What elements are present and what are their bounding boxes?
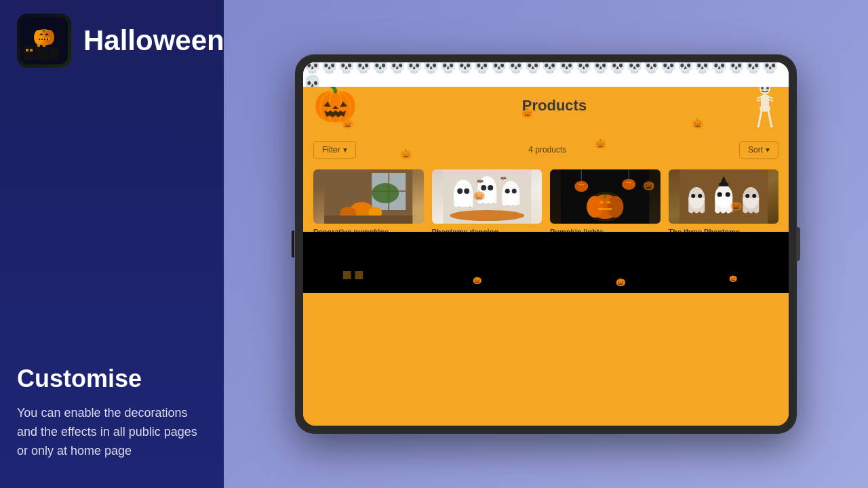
svg-rect-78 — [688, 198, 705, 211]
svg-point-83 — [717, 192, 722, 197]
filter-button[interactable]: Filter ▾ — [313, 141, 356, 159]
tablet-right-button — [796, 227, 800, 261]
svg-rect-18 — [48, 37, 50, 40]
svg-text:🦇: 🦇 — [477, 178, 484, 184]
svg-rect-41 — [324, 216, 412, 224]
svg-rect-96 — [355, 271, 363, 279]
svg-rect-5 — [30, 49, 33, 52]
svg-point-49 — [481, 185, 486, 190]
svg-rect-86 — [743, 198, 759, 211]
svg-point-88 — [752, 194, 756, 198]
svg-rect-17 — [45, 37, 47, 40]
svg-line-26 — [769, 100, 773, 101]
svg-rect-48 — [477, 190, 496, 202]
svg-point-80 — [698, 194, 702, 198]
sort-label: Sort — [748, 145, 763, 155]
svg-point-50 — [488, 185, 493, 190]
svg-text:🎃: 🎃 — [729, 274, 738, 283]
svg-rect-3 — [50, 47, 58, 60]
svg-rect-89 — [719, 183, 728, 186]
screen-content: 💀💀💀💀💀💀💀💀💀💀💀💀💀💀💀💀💀💀💀💀💀💀💀💀💀💀💀💀💀 🎃 🎃 🎃 🎃 🎃 — [303, 62, 789, 426]
svg-line-32 — [770, 121, 772, 127]
screen-header: 🎃 Products — [303, 87, 789, 136]
header-pumpkin-logo: 🎃 — [313, 83, 357, 125]
filter-label: Filter — [322, 145, 340, 155]
svg-text:🎃: 🎃 — [473, 275, 482, 285]
customise-title: Customise — [17, 365, 207, 393]
sidebar: Halloween Customise You can enable the d… — [0, 0, 224, 488]
tablet-left-button — [292, 230, 294, 258]
svg-line-24 — [757, 100, 761, 101]
svg-rect-99 — [529, 245, 542, 262]
products-count: 4 products — [528, 145, 566, 155]
sort-chevron-icon: ▾ — [766, 145, 770, 155]
svg-point-21 — [766, 87, 769, 89]
product-image-3 — [550, 169, 660, 224]
svg-line-29 — [760, 110, 762, 121]
svg-rect-27 — [764, 94, 766, 96]
svg-rect-11 — [43, 29, 45, 33]
svg-rect-4 — [26, 49, 28, 52]
sidebar-header: Halloween — [0, 0, 224, 81]
page-title: Products — [357, 97, 751, 115]
app-icon — [17, 14, 71, 68]
sort-button[interactable]: Sort ▾ — [739, 141, 778, 159]
svg-rect-1 — [24, 45, 34, 60]
svg-point-45 — [457, 188, 462, 194]
tablet-screen: 💀💀💀💀💀💀💀💀💀💀💀💀💀💀💀💀💀💀💀💀💀💀💀💀💀💀💀💀💀 🎃 🎃 🎃 🎃 🎃 — [303, 62, 789, 426]
filter-chevron-icon: ▾ — [343, 145, 347, 155]
skull-border: 💀💀💀💀💀💀💀💀💀💀💀💀💀💀💀💀💀💀💀💀💀💀💀💀💀💀💀💀💀 — [303, 62, 789, 87]
svg-point-70 — [622, 179, 635, 190]
svg-point-20 — [761, 87, 764, 89]
skull-row: 💀💀💀💀💀💀💀💀💀💀💀💀💀💀💀💀💀💀💀💀💀💀💀💀💀💀💀💀💀 — [303, 62, 789, 87]
svg-text:🦇: 🦇 — [500, 175, 507, 181]
customise-desc: You can enable the decorations and the e… — [17, 404, 207, 461]
skeleton-decoration — [751, 83, 778, 136]
halloween-silhouette: 🎃 🎃 🎃 — [303, 232, 789, 293]
svg-rect-16 — [43, 37, 44, 40]
svg-text:🎃: 🎃 — [616, 277, 626, 287]
svg-line-30 — [768, 110, 770, 121]
svg-point-79 — [691, 194, 695, 198]
svg-rect-15 — [40, 37, 41, 40]
page-title-area: Products — [357, 87, 751, 115]
svg-rect-52 — [502, 193, 519, 204]
product-image-2: 🦇 🦇 — [432, 169, 542, 224]
svg-line-25 — [769, 97, 773, 98]
main-content: 💀💀💀💀💀💀💀💀💀💀💀💀💀💀💀💀💀💀💀💀💀💀💀💀💀💀💀💀💀 🎃 🎃 🎃 🎃 🎃 — [224, 0, 868, 488]
svg-point-110 — [307, 252, 320, 266]
tablet-mockup: 💀💀💀💀💀💀💀💀💀💀💀💀💀💀💀💀💀💀💀💀💀💀💀💀💀💀💀💀💀 🎃 🎃 🎃 🎃 🎃 — [295, 54, 797, 434]
svg-point-9 — [34, 30, 43, 45]
app-title: Halloween — [83, 24, 224, 57]
svg-rect-82 — [715, 197, 732, 211]
product-image-4 — [669, 169, 779, 224]
svg-point-67 — [574, 181, 588, 192]
svg-point-46 — [464, 188, 469, 194]
svg-rect-108 — [307, 269, 320, 289]
svg-point-37 — [372, 183, 399, 203]
svg-point-53 — [505, 189, 509, 194]
svg-rect-95 — [343, 271, 351, 279]
svg-point-87 — [745, 194, 749, 198]
svg-line-31 — [758, 121, 760, 127]
sidebar-bottom: Customise You can enable the decorations… — [0, 81, 224, 488]
svg-rect-44 — [454, 193, 473, 205]
svg-point-54 — [511, 189, 516, 194]
product-image-1 — [313, 169, 424, 224]
svg-point-55 — [450, 210, 524, 221]
svg-point-84 — [725, 192, 730, 197]
svg-line-23 — [757, 97, 761, 98]
filter-sort-bar: Filter ▾ 4 products Sort ▾ — [303, 136, 789, 164]
svg-point-66 — [586, 192, 624, 222]
